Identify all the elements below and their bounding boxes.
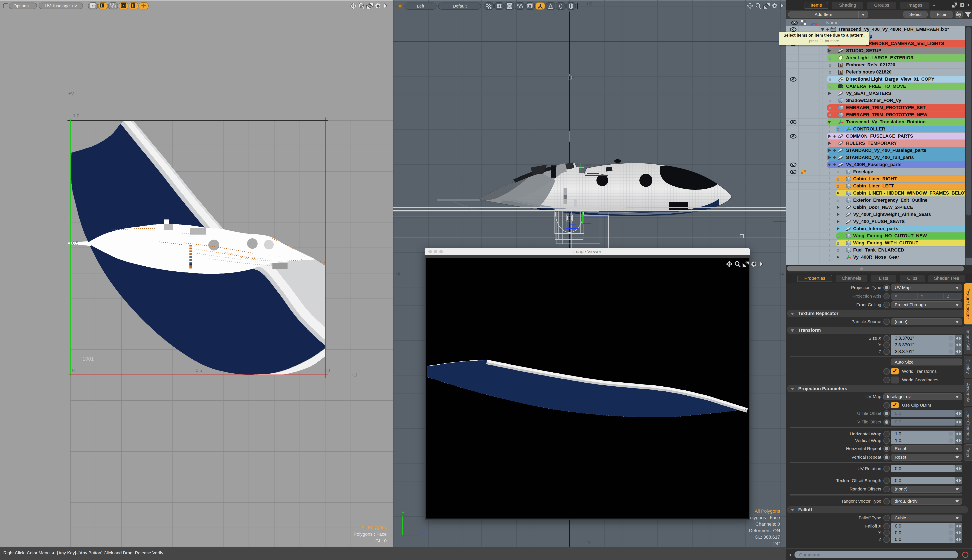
svg-text:Z: Z	[421, 530, 424, 535]
svg-text:Y: Y	[401, 511, 405, 516]
